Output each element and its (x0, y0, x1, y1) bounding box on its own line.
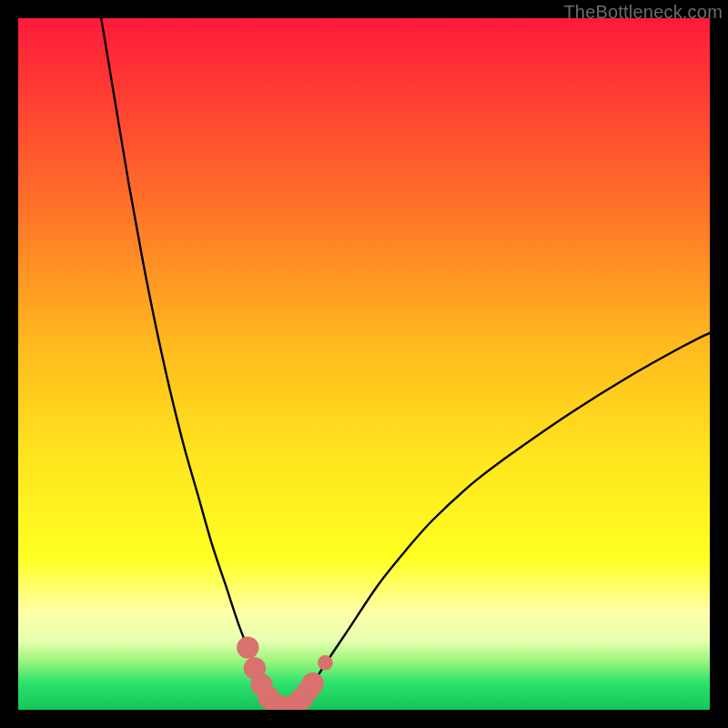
marker-dot (302, 672, 324, 694)
watermark-text: TheBottleneck.com (563, 2, 723, 23)
bottleneck-chart (18, 18, 710, 710)
marker-dot (318, 655, 333, 671)
chart-frame (18, 18, 710, 710)
marker-dot (237, 636, 258, 658)
